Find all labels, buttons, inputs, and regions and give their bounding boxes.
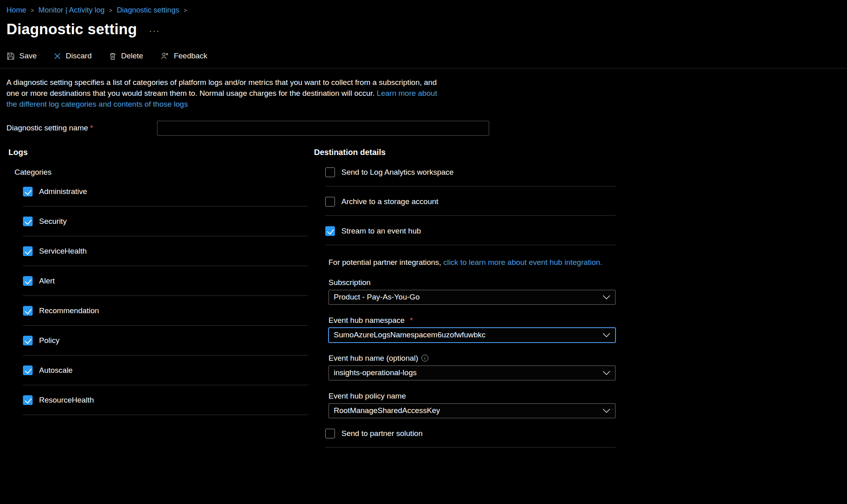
destination-option-label: Stream to an event hub xyxy=(341,227,421,235)
destination-section: Destination details Send to Log Analytic… xyxy=(314,148,632,448)
chevron-down-icon xyxy=(603,333,610,337)
category-row: Security xyxy=(23,207,308,236)
category-checkbox-policy[interactable] xyxy=(23,336,33,345)
feedback-button[interactable]: Feedback xyxy=(160,52,207,60)
partner-integration-text: For potential partner integrations, clic… xyxy=(328,258,616,267)
intro-description: A diagnostic setting specifies a list of… xyxy=(6,78,437,97)
page-title: Diagnostic setting xyxy=(6,21,137,38)
trash-icon xyxy=(109,52,117,60)
destination-option-row: Archive to a storage account xyxy=(325,197,616,216)
category-label: Recommendation xyxy=(39,306,99,315)
checkbox-partner-solution[interactable] xyxy=(325,429,335,438)
toolbar-divider xyxy=(0,68,847,68)
category-row: Administrative xyxy=(23,177,308,207)
breadcrumb-diagnostic-settings[interactable]: Diagnostic settings xyxy=(117,6,179,14)
category-row: Alert xyxy=(23,266,308,296)
category-row: ResourceHealth xyxy=(23,385,308,415)
event-hub-name-label: Event hub name (optional) xyxy=(328,354,418,363)
checkbox-storage-account[interactable] xyxy=(325,197,335,207)
category-list: Administrative Security ServiceHealth Al… xyxy=(23,177,314,415)
category-checkbox-alert[interactable] xyxy=(23,276,33,286)
more-options-icon[interactable]: ··· xyxy=(149,26,160,35)
subscription-dropdown[interactable]: Product - Pay-As-You-Go xyxy=(328,290,616,305)
save-icon xyxy=(6,52,15,60)
subscription-label: Subscription xyxy=(328,278,371,287)
event-hub-policy-value: RootManageSharedAccessKey xyxy=(334,406,440,415)
intro-text: A diagnostic setting specifies a list of… xyxy=(6,77,438,110)
save-label: Save xyxy=(19,52,37,60)
breadcrumb-separator-icon: > xyxy=(184,7,187,14)
category-label: Alert xyxy=(39,277,55,285)
discard-x-icon xyxy=(54,52,61,60)
chevron-down-icon xyxy=(603,295,610,300)
event-hub-policy-label: Event hub policy name xyxy=(328,392,406,401)
title-row: Diagnostic setting ··· xyxy=(6,21,841,38)
event-hub-namespace-label: Event hub namespace xyxy=(328,316,405,325)
feedback-label: Feedback xyxy=(174,52,207,60)
required-asterisk: * xyxy=(90,124,93,132)
category-row: ServiceHealth xyxy=(23,236,308,266)
event-hub-policy-field: Event hub policy name RootManageSharedAc… xyxy=(328,392,616,418)
destination-option-row: Send to Log Analytics workspace xyxy=(325,167,616,186)
destination-option-row: Send to partner solution xyxy=(325,429,616,448)
discard-button[interactable]: Discard xyxy=(54,52,91,60)
diagnostic-setting-name-row: Diagnostic setting name* xyxy=(6,121,841,136)
category-label: Policy xyxy=(39,336,60,345)
destination-option-row: Stream to an event hub xyxy=(325,226,616,245)
category-checkbox-resourcehealth[interactable] xyxy=(23,395,33,405)
category-label: Administrative xyxy=(39,187,87,196)
info-icon[interactable]: i xyxy=(421,355,428,361)
breadcrumb-separator-icon: > xyxy=(109,7,112,14)
diagnostic-setting-name-label: Diagnostic setting name* xyxy=(6,124,157,132)
logs-section: Logs Categories Administrative Security … xyxy=(6,148,314,448)
breadcrumb-monitor-activity-log[interactable]: Monitor | Activity log xyxy=(39,6,105,14)
event-hub-integration-link[interactable]: click to learn more about event hub inte… xyxy=(443,258,602,266)
destination-option-label: Send to Log Analytics workspace xyxy=(341,168,454,177)
diagnostic-setting-name-input[interactable] xyxy=(157,121,489,136)
category-checkbox-servicehealth[interactable] xyxy=(23,246,33,256)
logs-heading: Logs xyxy=(6,148,314,157)
category-checkbox-recommendation[interactable] xyxy=(23,306,33,316)
chevron-down-icon xyxy=(603,371,610,375)
required-asterisk: * xyxy=(410,316,413,325)
subscription-value: Product - Pay-As-You-Go xyxy=(334,293,420,302)
checkbox-event-hub[interactable] xyxy=(325,226,335,236)
event-hub-namespace-dropdown[interactable]: SumoAzureLogsNamespacem6uzofwfuwbkc xyxy=(328,328,616,343)
event-hub-name-dropdown[interactable]: insights-operational-logs xyxy=(328,366,616,380)
category-checkbox-administrative[interactable] xyxy=(23,187,33,196)
delete-label: Delete xyxy=(121,52,143,60)
destination-option-label: Archive to a storage account xyxy=(341,197,438,206)
event-hub-name-value: insights-operational-logs xyxy=(334,368,417,377)
category-label: ResourceHealth xyxy=(39,396,94,405)
subscription-field: Subscription Product - Pay-As-You-Go xyxy=(328,278,616,305)
checkbox-log-analytics[interactable] xyxy=(325,167,335,177)
category-label: Autoscale xyxy=(39,366,72,375)
save-button[interactable]: Save xyxy=(6,52,37,60)
categories-subheading: Categories xyxy=(6,168,314,177)
chevron-down-icon xyxy=(603,409,610,413)
destination-option-label: Send to partner solution xyxy=(341,429,423,438)
discard-label: Discard xyxy=(66,52,91,60)
category-row: Autoscale xyxy=(23,355,308,385)
breadcrumb: Home > Monitor | Activity log > Diagnost… xyxy=(6,6,841,14)
event-hub-namespace-value: SumoAzureLogsNamespacem6uzofwfuwbkc xyxy=(334,330,485,339)
breadcrumb-home[interactable]: Home xyxy=(6,6,26,14)
category-checkbox-autoscale[interactable] xyxy=(23,366,33,375)
category-label: Security xyxy=(39,217,67,226)
breadcrumb-separator-icon: > xyxy=(31,7,34,14)
event-hub-panel: For potential partner integrations, clic… xyxy=(328,258,616,418)
category-row: Policy xyxy=(23,326,308,355)
category-label: ServiceHealth xyxy=(39,247,87,256)
event-hub-policy-dropdown[interactable]: RootManageSharedAccessKey xyxy=(328,403,616,418)
event-hub-name-field: Event hub name (optional) i insights-ope… xyxy=(328,354,616,380)
category-checkbox-security[interactable] xyxy=(23,217,33,226)
feedback-person-icon xyxy=(160,52,169,60)
main-columns: Logs Categories Administrative Security … xyxy=(6,148,841,448)
category-row: Recommendation xyxy=(23,296,308,326)
command-bar: Save Discard Delete Feedback xyxy=(6,52,841,68)
diagnostic-setting-page: Home > Monitor | Activity log > Diagnost… xyxy=(0,0,847,448)
delete-button[interactable]: Delete xyxy=(109,52,143,60)
event-hub-namespace-field: Event hub namespace * SumoAzureLogsNames… xyxy=(328,316,616,343)
destination-heading: Destination details xyxy=(314,148,632,157)
